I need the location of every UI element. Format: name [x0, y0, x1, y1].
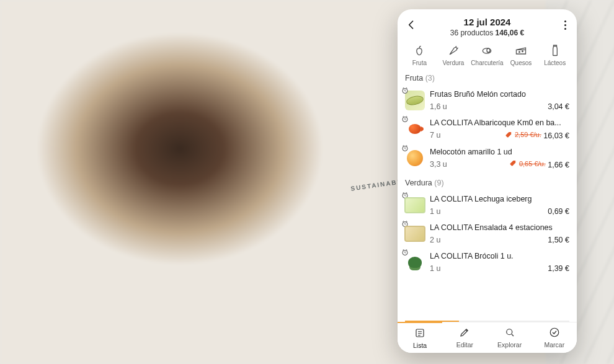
item-title: LA COLLITA Albaricoque Km0 en ba...	[430, 118, 569, 127]
category-label: Lácteos	[544, 60, 566, 66]
item-price-wrap: 1,50 €	[548, 236, 569, 244]
timer-icon	[401, 87, 409, 94]
item-title: Melocotón amarillo 1 ud	[430, 148, 569, 156]
pencil-icon	[459, 327, 470, 339]
svg-point-1	[487, 48, 490, 53]
item-main: LA COLLITA Albaricoque Km0 en ba... 7 u …	[430, 118, 569, 140]
svg-point-3	[522, 51, 523, 52]
item-main: LA COLLITA Brócoli 1 u. 1 u 1,39 €	[430, 252, 569, 273]
timer-icon	[401, 249, 409, 256]
item-thumb-salad	[405, 224, 425, 244]
item-price: 0,69 €	[548, 207, 569, 216]
item-price: 1,39 €	[548, 264, 569, 273]
section-count: )	[441, 179, 443, 187]
section-header-verdura: Verdura (9)	[398, 172, 577, 191]
tab-lista[interactable]: Lista	[398, 322, 442, 353]
item-price-wrap: 3,04 €	[548, 102, 569, 111]
svg-point-12	[550, 328, 559, 337]
item-price-wrap: 0,69 €	[548, 207, 569, 216]
item-subline: 1,6 u 3,04 €	[430, 102, 569, 111]
tab-marcar[interactable]: Marcar	[532, 322, 577, 353]
item-qty: 7 u	[430, 131, 440, 140]
kebab-dot	[564, 28, 566, 30]
item-main: Melocotón amarillo 1 ud 3,3 u 0,65 €/u. …	[430, 148, 569, 169]
item-main: LA COLLITA Ensalada 4 estaciones 2 u 1,5…	[430, 223, 569, 244]
arrow-left-icon	[405, 19, 417, 31]
list-item[interactable]: LA COLLITA Ensalada 4 estaciones 2 u 1,5…	[398, 220, 577, 248]
list-icon	[414, 327, 425, 340]
section-count: )	[432, 74, 435, 82]
item-thumb-melon	[405, 91, 425, 110]
item-price: 3,04 €	[548, 102, 569, 111]
list-item[interactable]: LA COLLITA Brócoli 1 u. 1 u 1,39 €	[398, 248, 577, 277]
list-item[interactable]: Frutas Bruñó Melón cortado 1,6 u 3,04 €	[398, 86, 577, 115]
category-label: Quesos	[510, 60, 532, 66]
tab-label: Lista	[413, 342, 427, 349]
item-subline: 1 u 1,39 €	[430, 264, 569, 273]
carrot-icon	[447, 45, 460, 57]
list-header: 12 jul 2024 36 productos 146,06 €	[398, 9, 577, 41]
timer-icon	[401, 115, 409, 123]
section-name: Verdura	[405, 179, 432, 187]
item-qty: 1 u	[430, 264, 440, 273]
category-fruta[interactable]: Fruta	[403, 45, 437, 66]
timer-icon	[401, 192, 409, 199]
list-item[interactable]: LA COLLITA Albaricoque Km0 en ba... 7 u …	[398, 115, 577, 144]
svg-point-2	[519, 51, 520, 53]
timer-icon	[401, 220, 409, 228]
kebab-dot	[564, 24, 566, 26]
item-title: LA COLLITA Brócoli 1 u.	[430, 252, 569, 260]
tab-editar[interactable]: Editar	[442, 322, 487, 353]
list-subtitle: 36 productos 146,06 €	[403, 29, 572, 37]
item-price: 1,50 €	[548, 236, 569, 244]
section-header-fruta: Fruta (3)	[398, 68, 577, 86]
back-button[interactable]	[405, 18, 419, 32]
item-thumb-peach	[405, 148, 425, 168]
list-item[interactable]: LA COLLITA Lechuga iceberg 1 u 0,69 €	[398, 191, 577, 220]
item-subline: 1 u 0,69 €	[430, 207, 569, 216]
tab-explorar[interactable]: Explorar	[487, 322, 532, 353]
item-qty: 1 u	[430, 207, 440, 216]
item-price: 16,03 €	[543, 131, 569, 140]
discount-badge: 2,59 €/u.	[505, 131, 541, 138]
category-label: Charcutería	[471, 60, 503, 66]
category-label: Fruta	[412, 60, 427, 66]
milk-icon	[549, 45, 561, 57]
kebab-dot	[564, 20, 566, 22]
item-scroll-area[interactable]: Fruta (3) Frutas Bruñó Melón cortado 1,6…	[398, 68, 577, 321]
list-title: 12 jul 2024	[403, 17, 572, 27]
tab-label: Marcar	[545, 341, 565, 348]
apple-icon	[413, 45, 425, 57]
item-price: 1,66 €	[548, 160, 569, 169]
list-total: 146,06 €	[496, 29, 525, 37]
bottom-tab-bar: ListaEditarExplorarMarcar	[398, 322, 577, 353]
category-label: Verdura	[442, 60, 464, 66]
check-icon	[549, 327, 560, 339]
item-title: Frutas Bruñó Melón cortado	[430, 90, 569, 99]
item-thumb-broccoli	[405, 252, 425, 272]
section-name: Fruta	[405, 74, 423, 82]
cheese-icon	[515, 45, 527, 57]
tab-label: Editar	[456, 341, 473, 348]
item-title: LA COLLITA Lechuga iceberg	[430, 195, 569, 203]
category-charcuteria[interactable]: Charcutería	[470, 45, 504, 66]
category-verdura[interactable]: Verdura	[437, 45, 471, 66]
category-quesos[interactable]: Quesos	[504, 45, 538, 66]
list-item[interactable]: Melocotón amarillo 1 ud 3,3 u 0,65 €/u. …	[398, 144, 577, 173]
discount-badge: 0,65 €/u.	[510, 160, 546, 167]
shopping-list-card: 12 jul 2024 36 productos 146,06 € Fruta …	[398, 9, 577, 353]
item-main: Frutas Bruñó Melón cortado 1,6 u 3,04 €	[430, 90, 569, 111]
item-price-wrap: 1,39 €	[548, 264, 569, 273]
category-filter-row: Fruta Verdura Charcutería Quesos Lácteos	[398, 41, 577, 68]
category-lacteos[interactable]: Lácteos	[538, 45, 572, 66]
item-subline: 3,3 u 0,65 €/u. 1,66 €	[430, 160, 569, 169]
section-count-value: 3	[428, 74, 432, 82]
overflow-menu-button[interactable]	[559, 18, 571, 32]
tab-label: Explorar	[497, 341, 522, 348]
item-subline: 7 u 2,59 €/u. 16,03 €	[430, 131, 569, 140]
item-title: LA COLLITA Ensalada 4 estaciones	[430, 223, 569, 232]
discount-original-price: 0,65 €/u.	[519, 160, 546, 167]
item-qty: 3,3 u	[430, 160, 447, 169]
item-price-wrap: 0,65 €/u. 1,66 €	[510, 160, 569, 169]
product-count: 36 productos	[450, 29, 493, 37]
